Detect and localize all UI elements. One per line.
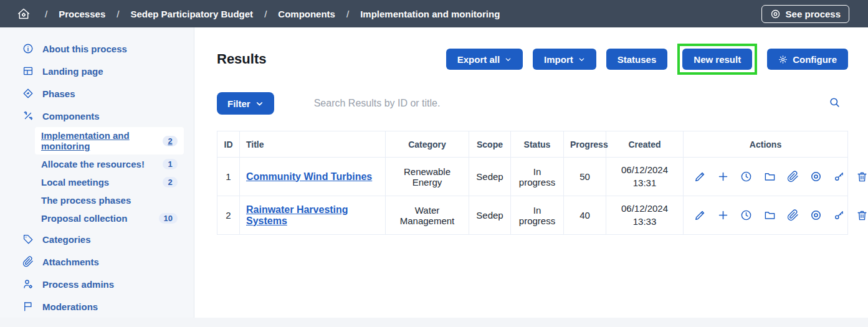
add-icon[interactable] [717, 171, 729, 182]
components-sub-list: Implementation and monitoring 2 Allocate… [35, 127, 184, 227]
column-header-title: Title [240, 131, 386, 158]
edit-icon[interactable] [694, 209, 706, 221]
sidebar-item-allocate-the-resources[interactable]: Allocate the resources! 1 [35, 156, 184, 173]
user-gear-icon [22, 278, 34, 290]
import-button[interactable]: Import [533, 49, 596, 70]
column-header-progress: Progress [564, 131, 606, 158]
table-header-row: ID Title Category Scope Status Progress … [217, 131, 848, 158]
sidebar-item-components[interactable]: Components [0, 105, 194, 127]
search-icon[interactable] [826, 94, 843, 113]
sidebar-item-moderations[interactable]: Moderations [0, 295, 194, 318]
chevron-down-icon [255, 100, 264, 108]
breadcrumb-separator: / [346, 9, 349, 19]
result-title-link[interactable]: Rainwater Harvesting Systems [246, 204, 348, 226]
sidebar-item-the-process-phases[interactable]: The process phases [35, 192, 184, 209]
column-header-actions: Actions [684, 131, 848, 158]
cell-created: 06/12/2024 13:31 [606, 158, 684, 196]
statuses-button[interactable]: Statuses [606, 49, 668, 70]
cell-actions [684, 196, 848, 235]
cell-scope: Sedep [469, 158, 511, 196]
sidebar: About this process Landing page Phases C… [0, 27, 194, 318]
sub-item-label: Allocate the resources! [41, 159, 145, 169]
cell-status: In progress [511, 196, 564, 235]
phases-icon [22, 88, 34, 99]
sidebar-item-about[interactable]: About this process [0, 37, 194, 60]
see-process-label: See process [786, 9, 841, 19]
gear-icon [778, 55, 788, 64]
column-header-status: Status [511, 131, 564, 158]
sidebar-item-label: Moderations [42, 301, 98, 312]
permissions-icon[interactable] [833, 209, 845, 221]
permissions-icon[interactable] [833, 171, 845, 182]
results-table: ID Title Category Scope Status Progress … [217, 131, 848, 235]
breadcrumb-separator: / [117, 9, 119, 19]
breadcrumb-processes[interactable]: Processes [59, 9, 105, 19]
see-process-button[interactable]: See process [761, 5, 849, 23]
attachment-icon[interactable] [787, 209, 799, 221]
column-header-scope: Scope [469, 131, 511, 158]
sidebar-item-categories[interactable]: Categories [0, 228, 194, 250]
sub-item-label: The process phases [41, 195, 131, 206]
count-badge: 2 [163, 136, 178, 146]
sidebar-item-proposal-collection[interactable]: Proposal collection 10 [35, 210, 184, 227]
cell-scope: Sedep [469, 196, 511, 235]
delete-icon[interactable] [856, 209, 868, 221]
sidebar-item-label: Phases [42, 88, 75, 99]
created-time: 13:31 [613, 177, 677, 189]
sidebar-item-label: Landing page [42, 66, 103, 77]
sub-item-label: Implementation and monitoring [41, 130, 163, 151]
sidebar-item-process-admins[interactable]: Process admins [0, 273, 194, 295]
count-badge: 10 [159, 213, 178, 224]
column-header-category: Category [386, 131, 469, 158]
cell-category: Renewable Energy [386, 158, 469, 196]
created-date: 06/12/2024 [613, 164, 677, 176]
breadcrumb-separator: / [264, 9, 267, 19]
history-icon[interactable] [740, 171, 752, 182]
flag-icon [22, 301, 34, 312]
preview-icon[interactable] [810, 209, 822, 221]
sub-item-label: Local meetings [41, 177, 109, 187]
folder-icon[interactable] [764, 209, 776, 221]
home-icon[interactable] [17, 7, 30, 20]
history-icon[interactable] [740, 209, 752, 221]
configure-button[interactable]: Configure [767, 49, 848, 70]
main-content: Results Export all Import Statuses [194, 27, 868, 318]
sidebar-item-label: Attachments [42, 257, 99, 267]
cell-actions [684, 158, 848, 196]
new-result-button[interactable]: New result [682, 49, 752, 70]
breadcrumb-bar: / Processes / Sedep Participatory Budget… [0, 0, 868, 27]
sidebar-item-label: Process admins [42, 279, 114, 290]
search-input[interactable] [292, 98, 826, 109]
configure-label: Configure [793, 54, 837, 65]
cell-status: In progress [511, 158, 564, 196]
highlight-box: New result [677, 44, 757, 75]
add-icon[interactable] [717, 209, 729, 221]
export-all-label: Export all [457, 54, 500, 65]
sidebar-item-landing-page[interactable]: Landing page [0, 60, 194, 82]
statuses-label: Statuses [618, 54, 657, 65]
breadcrumb-process-name[interactable]: Sedep Participatory Budget [130, 9, 253, 19]
preview-icon[interactable] [810, 171, 822, 182]
sidebar-item-attachments[interactable]: Attachments [0, 250, 194, 273]
folder-icon[interactable] [764, 171, 776, 182]
new-result-label: New result [694, 54, 741, 65]
attachment-icon[interactable] [787, 171, 799, 182]
sidebar-item-label: About this process [42, 44, 127, 54]
sidebar-item-phases[interactable]: Phases [0, 82, 194, 105]
chevron-down-icon [578, 56, 585, 63]
cell-category: Water Management [386, 196, 469, 235]
result-title-link[interactable]: Community Wind Turbines [246, 171, 372, 182]
export-all-button[interactable]: Export all [446, 49, 523, 70]
chevron-down-icon [505, 56, 512, 63]
filter-button[interactable]: Filter [217, 92, 274, 115]
delete-icon[interactable] [856, 171, 868, 182]
created-date: 06/12/2024 [613, 202, 677, 215]
page-title: Results [217, 51, 266, 67]
column-header-id: ID [217, 131, 240, 158]
layout-icon [22, 65, 34, 77]
breadcrumb-components[interactable]: Components [278, 9, 335, 19]
edit-icon[interactable] [694, 171, 706, 182]
sidebar-item-implementation-and-monitoring[interactable]: Implementation and monitoring 2 [35, 127, 184, 154]
sidebar-item-local-meetings[interactable]: Local meetings 2 [35, 174, 184, 191]
breadcrumb-current-component[interactable]: Implementation and monitoring [360, 9, 500, 19]
